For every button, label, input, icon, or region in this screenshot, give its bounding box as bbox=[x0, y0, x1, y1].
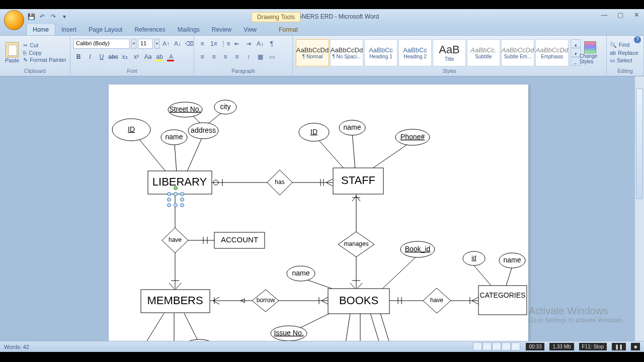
line-spacing-button[interactable]: ↕ bbox=[244, 52, 254, 62]
paste-button[interactable]: Paste bbox=[3, 41, 21, 64]
format-painter-button[interactable]: ✎Format Painter bbox=[23, 57, 66, 63]
svg-line-2 bbox=[187, 135, 203, 172]
style-subtle-em[interactable]: AaBbCcDdSubtle Em... bbox=[501, 39, 534, 66]
multilevel-button[interactable]: ⋮≡ bbox=[220, 39, 230, 49]
group-label-editing: Editing bbox=[610, 68, 640, 75]
svg-line-18 bbox=[169, 283, 175, 290]
svg-text:Street No.: Street No. bbox=[169, 105, 201, 113]
sort-button[interactable]: A↓ bbox=[255, 39, 265, 49]
minimize-button[interactable]: — bbox=[600, 11, 609, 20]
save-icon[interactable]: 💾 bbox=[27, 13, 35, 21]
tab-format[interactable]: Format bbox=[273, 24, 304, 35]
tab-insert[interactable]: Insert bbox=[55, 24, 83, 35]
tab-home[interactable]: Home bbox=[26, 24, 55, 35]
redo-icon[interactable]: ↷ bbox=[49, 13, 57, 21]
tab-review[interactable]: Review bbox=[206, 24, 237, 35]
copy-button[interactable]: ⎘Copy bbox=[23, 50, 66, 56]
tab-view[interactable]: View bbox=[237, 24, 263, 35]
svg-text:Book_id: Book_id bbox=[405, 245, 431, 253]
grow-font-button[interactable]: A↑ bbox=[161, 39, 171, 49]
quick-access-toolbar: 💾 ↶ ↷ ▾ bbox=[27, 13, 68, 21]
italic-button[interactable]: I bbox=[85, 52, 95, 62]
replace-icon: ab bbox=[610, 50, 616, 56]
close-button[interactable]: ✕ bbox=[632, 11, 641, 20]
styles-gallery[interactable]: AaBbCcDd¶ Normal AaBbCcDd¶ No Spaci... A… bbox=[296, 39, 569, 66]
font-name-select[interactable]: Calibri (Body) bbox=[73, 39, 130, 49]
svg-line-7 bbox=[370, 141, 413, 170]
scroll-thumb[interactable] bbox=[636, 88, 643, 199]
recording-pause[interactable]: ❚❚ bbox=[612, 343, 626, 350]
style-emphasis[interactable]: AaBbCcDdEmphasis bbox=[535, 39, 569, 66]
vertical-scrollbar[interactable] bbox=[635, 76, 644, 341]
show-marks-button[interactable]: ¶ bbox=[267, 39, 277, 49]
svg-line-50 bbox=[474, 265, 491, 286]
style-normal[interactable]: AaBbCcDd¶ Normal bbox=[296, 39, 329, 66]
bullets-button[interactable]: ≡ bbox=[197, 39, 207, 49]
font-size-select[interactable]: 11 bbox=[138, 39, 153, 49]
increase-indent-button[interactable]: ⇥ bbox=[244, 39, 254, 49]
subscript-button[interactable]: x₂ bbox=[120, 52, 130, 62]
svg-text:city: city bbox=[220, 103, 231, 111]
svg-line-49 bbox=[380, 255, 418, 291]
align-left-button[interactable]: ≡ bbox=[197, 52, 207, 62]
word-count[interactable]: Words: 42 bbox=[4, 344, 29, 350]
document-area: ID name address Street No. city ID name … bbox=[0, 76, 644, 341]
align-right-button[interactable]: ≡ bbox=[220, 52, 230, 62]
style-title[interactable]: AaBTitle bbox=[433, 39, 466, 66]
recording-stop[interactable]: ■ bbox=[631, 343, 640, 350]
style-heading1[interactable]: AaBbCcHeading 1 bbox=[364, 39, 397, 66]
svg-text:LIBERARY: LIBERARY bbox=[152, 175, 207, 188]
undo-icon[interactable]: ↶ bbox=[38, 13, 46, 21]
tab-mailings[interactable]: Mailings bbox=[172, 24, 206, 35]
highlight-button[interactable]: ab bbox=[154, 52, 165, 62]
contextual-tab-group: Drawing Tools bbox=[252, 12, 300, 22]
recording-time: 00:33 bbox=[526, 343, 544, 350]
numbering-button[interactable]: 1≡ bbox=[209, 39, 219, 49]
strike-button[interactable]: abc bbox=[108, 52, 118, 62]
replace-button[interactable]: abReplace bbox=[610, 50, 638, 56]
tab-page-layout[interactable]: Page Layout bbox=[83, 24, 128, 35]
find-button[interactable]: 🔍Find bbox=[610, 42, 638, 48]
svg-line-19 bbox=[175, 283, 181, 290]
title-bar: 💾 ↶ ↷ ▾ TECH DESIGNERS ERD - Microsoft W… bbox=[0, 9, 644, 24]
svg-text:BOOKS: BOOKS bbox=[339, 294, 378, 307]
clear-format-button[interactable]: ⌫ bbox=[184, 39, 194, 49]
bold-button[interactable]: B bbox=[73, 52, 84, 62]
cut-button[interactable]: ✂Cut bbox=[23, 42, 66, 49]
underline-button[interactable]: U bbox=[97, 52, 107, 62]
svg-text:name: name bbox=[343, 123, 361, 131]
qat-dropdown-icon[interactable]: ▾ bbox=[60, 13, 68, 21]
shading-button[interactable]: ▦ bbox=[255, 52, 265, 62]
recording-f11[interactable]: F11: Stop bbox=[579, 343, 607, 350]
change-case-button[interactable]: Aa bbox=[143, 52, 153, 62]
styles-row-up[interactable]: ▴ bbox=[571, 39, 581, 48]
style-no-spacing[interactable]: AaBbCcDd¶ No Spaci... bbox=[330, 39, 363, 66]
align-center-button[interactable]: ≡ bbox=[209, 52, 219, 62]
tab-references[interactable]: References bbox=[128, 24, 171, 35]
svg-text:have: have bbox=[430, 297, 443, 304]
superscript-button[interactable]: x² bbox=[131, 52, 141, 62]
styles-row-down[interactable]: ▾ bbox=[571, 48, 581, 57]
style-heading2[interactable]: AaBbCcHeading 2 bbox=[398, 39, 432, 66]
office-button[interactable] bbox=[4, 10, 24, 30]
svg-line-27 bbox=[352, 196, 356, 201]
borders-button[interactable]: ▭ bbox=[267, 52, 277, 62]
view-buttons[interactable] bbox=[473, 342, 521, 351]
svg-line-59 bbox=[380, 313, 390, 341]
group-label-styles: Styles bbox=[296, 68, 603, 75]
font-color-button[interactable]: A bbox=[166, 52, 176, 62]
document-page[interactable]: ID name address Street No. city ID name … bbox=[109, 84, 528, 341]
decrease-indent-button[interactable]: ⇤ bbox=[232, 39, 242, 49]
style-subtitle[interactable]: AaBbCc.Subtitle bbox=[467, 39, 500, 66]
maximize-button[interactable]: ▢ bbox=[616, 11, 625, 20]
selection-handles[interactable] bbox=[169, 194, 182, 205]
justify-button[interactable]: ≡ bbox=[232, 52, 242, 62]
font-size-dropdown-icon[interactable]: ▾ bbox=[154, 39, 159, 49]
select-button[interactable]: ▭Select bbox=[610, 57, 638, 64]
svg-line-58 bbox=[370, 313, 380, 341]
font-name-dropdown-icon[interactable]: ▾ bbox=[131, 39, 136, 49]
styles-expand[interactable]: ⌄ bbox=[571, 57, 581, 66]
find-icon: 🔍 bbox=[610, 42, 617, 48]
change-styles-button[interactable]: Change Styles bbox=[580, 41, 601, 64]
shrink-font-button[interactable]: A↓ bbox=[173, 39, 183, 49]
